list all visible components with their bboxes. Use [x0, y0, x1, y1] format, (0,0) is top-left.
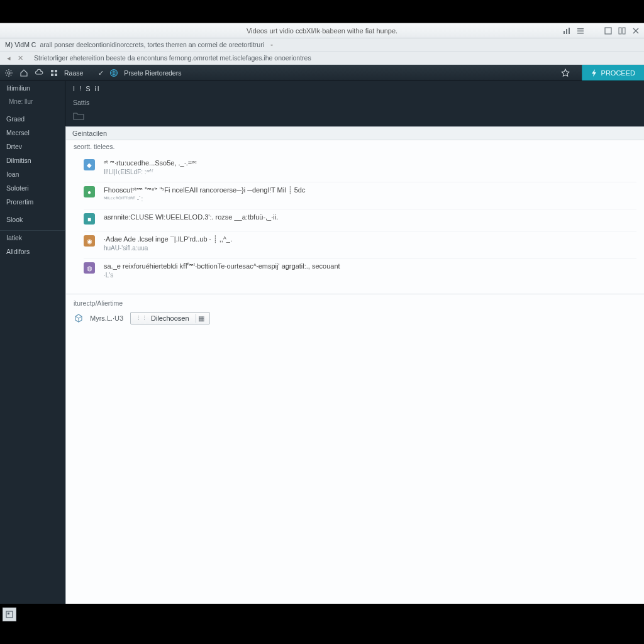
breadcrumb-text-2: Strietorliger ehetereition beeste da enc… — [34, 54, 311, 62]
sidebar-item-9[interactable]: Slook — [0, 213, 65, 226]
menu-icon[interactable] — [576, 26, 585, 35]
sidebar-item-7[interactable]: Soloteri — [0, 181, 65, 195]
breadcrumb-row-1: M) VidM C arall ponser deelcontionidinor… — [0, 38, 644, 52]
gear-icon[interactable] — [4, 68, 14, 78]
bolt-icon — [591, 69, 597, 77]
taskbar-app-icon[interactable] — [3, 608, 16, 621]
svg-rect-18 — [8, 613, 9, 614]
panel-header: Geintacilen — [66, 127, 644, 140]
content-panel: Geintacilen seortt. tielees. ◆ ᵃᵗ ᵐ·rtu:… — [65, 126, 644, 604]
sidebar-group2-item-1[interactable]: Alldifors — [0, 245, 65, 258]
avatar-icon: ◍ — [84, 262, 95, 274]
svg-rect-15 — [55, 74, 57, 76]
cube-icon — [74, 313, 84, 323]
section-label-1: seortt. tielees. — [66, 140, 644, 153]
sidebar-item-2[interactable]: Graed — [0, 112, 65, 126]
globe-icon[interactable] — [109, 68, 119, 78]
context-strip: I ! S il Sattis — [65, 81, 644, 126]
window-icon[interactable] — [604, 26, 613, 35]
close-icon[interactable] — [631, 26, 640, 35]
strip-icon-row — [65, 109, 644, 126]
activity-item[interactable]: ◉ ·Adae Ade .lcsel inge ¯|.ILP'rd..ub · … — [84, 231, 636, 258]
avatar-icon: ■ — [84, 213, 95, 225]
avatar-icon: ◉ — [84, 235, 95, 247]
home-icon[interactable] — [19, 68, 29, 78]
titlebar-controls — [562, 23, 640, 38]
svg-rect-13 — [55, 70, 57, 72]
activity-line2: ᴹᴵᴸᶜᶜᴿᴼᴵᵀᵀᵈᴿᵀ -˙: — [104, 196, 305, 203]
activity-line2: huAU-'sifl.a:uua — [104, 245, 232, 252]
main-toolbar: Raase ✓ Prsete Riertoreders PROCEED — [0, 65, 644, 81]
config-button-label: Dilechoosen — [151, 314, 189, 322]
svg-rect-8 — [623, 28, 625, 34]
activity-item[interactable]: ● Fhooscutˢᵗʳᵐ "ᵐⁿ'ʳ "ˢFi ncelEAII ranco… — [84, 182, 636, 209]
svg-rect-6 — [605, 28, 611, 34]
sidebar-item-8[interactable]: Prorertim — [0, 195, 65, 209]
breadcrumb-row-2: ◂ ✕ Strietorliger ehetereition beeste da… — [0, 52, 644, 65]
sidebar-item-1[interactable]: Mne: llur — [0, 95, 65, 108]
avatar-icon: ● — [84, 186, 95, 197]
layout-icon[interactable] — [618, 26, 626, 35]
svg-rect-5 — [577, 33, 584, 34]
activity-line1: sa._e reixforuéhiertebldi kfّl"ᵐˡ·bcttio… — [104, 262, 340, 270]
back-icon[interactable]: ◂ — [5, 54, 13, 62]
activity-line1: asrnnite:CLUSE WI:UEELELOD.3':. rozse __… — [104, 213, 278, 221]
chart-icon[interactable] — [562, 26, 571, 35]
grid-icon[interactable] — [49, 68, 59, 78]
svg-rect-0 — [564, 31, 565, 34]
strip-row-1: I ! S il — [65, 81, 644, 96]
proceed-button[interactable]: PROCEED — [582, 65, 644, 80]
app-window: Videos urt vidio ccbXI/Ik·babeen withe f… — [0, 23, 644, 604]
activity-item[interactable]: ■ asrnnite:CLUSE WI:UEELELOD.3':. rozse … — [84, 209, 636, 231]
activity-line1: ·Adae Ade .lcsel inge ¯|.ILP'rd..ub · ┊ … — [104, 235, 232, 243]
cloud-icon[interactable] — [34, 68, 44, 78]
proceed-label: PROCEED — [601, 69, 635, 77]
strip-row-2[interactable]: Sattis — [65, 96, 644, 109]
secondary-header: iturectp/Aliertime — [74, 298, 636, 312]
svg-rect-12 — [51, 70, 53, 72]
window-title: Videos urt vidio ccbXI/Ik·babeen withe f… — [247, 27, 397, 35]
breadcrumb-text-1: arall ponser deelcontionidinorccrets, to… — [40, 41, 264, 48]
dropdown-more-icon[interactable]: ▦ — [196, 314, 204, 323]
close-small-icon[interactable]: ✕ — [16, 54, 24, 62]
svg-rect-14 — [51, 74, 53, 76]
config-row: Myrs.L.·U3 ⋮⋮ Dilechoosen ▦ — [74, 312, 636, 325]
svg-rect-1 — [566, 29, 567, 34]
folder-icon[interactable] — [73, 111, 84, 120]
svg-rect-7 — [619, 28, 621, 34]
sidebar-item-6[interactable]: Ioan — [0, 167, 65, 181]
config-dropdown[interactable]: ⋮⋮ Dilechoosen ▦ — [130, 312, 210, 325]
activity-list: ◆ ᵃᵗ ᵐ·rtu:ucedhe...Sso5e, ._·.=ᵃᶜ Il!LI… — [66, 153, 644, 294]
activity-line2: Il!LI|I⟮ElSLdF: :ᵐ'ᶠ — [104, 169, 197, 175]
sidebar-item-0[interactable]: Iitimiliun — [0, 81, 65, 95]
tag-icon: ▫ — [268, 41, 275, 48]
breadcrumb-prefix: M) VidM C — [5, 41, 36, 48]
sidebar-group2-item-0[interactable]: Iatiek — [0, 231, 65, 245]
secondary-section: iturectp/Aliertime Myrs.L.·U3 ⋮⋮ Dilecho… — [66, 294, 644, 332]
config-label: Myrs.L.·U3 — [90, 314, 124, 322]
title-bar: Videos urt vidio ccbXI/Ik·babeen withe f… — [0, 23, 644, 38]
check-icon[interactable]: ✓ — [98, 69, 104, 77]
svg-rect-3 — [577, 28, 584, 30]
sidebar: Iitimiliun Mne: llur Graed Mecrsel Drtev… — [0, 81, 65, 604]
body: Iitimiliun Mne: llur Graed Mecrsel Drtev… — [0, 81, 644, 604]
toolbar-label-2[interactable]: Prsete Riertoreders — [124, 69, 181, 77]
caret-icon: ⋮⋮ — [136, 315, 147, 321]
avatar-icon: ◆ — [84, 159, 95, 170]
activity-line2: ·L's — [104, 272, 340, 279]
svg-rect-2 — [569, 28, 570, 34]
star-icon[interactable] — [560, 68, 570, 78]
activity-line1: ᵃᵗ ᵐ·rtu:ucedhe...Sso5e, ._·.=ᵃᶜ — [104, 159, 197, 167]
activity-line1: Fhooscutˢᵗʳᵐ "ᵐⁿ'ʳ "ˢFi ncelEAII rancoro… — [104, 186, 305, 194]
sidebar-item-3[interactable]: Mecrsel — [0, 126, 65, 140]
activity-item[interactable]: ◆ ᵃᵗ ᵐ·rtu:ucedhe...Sso5e, ._·.=ᵃᶜ Il!LI… — [84, 155, 636, 182]
svg-rect-4 — [577, 30, 584, 31]
sidebar-item-5[interactable]: Dilmitisn — [0, 153, 65, 167]
toolbar-label-1[interactable]: Raase — [64, 69, 83, 77]
svg-point-11 — [8, 72, 10, 74]
main-column: I ! S il Sattis Geintacilen seortt. tiel… — [65, 81, 644, 604]
sidebar-item-4[interactable]: Drtev — [0, 140, 65, 153]
activity-item[interactable]: ◍ sa._e reixforuéhiertebldi kfّl"ᵐˡ·bctt… — [84, 258, 636, 285]
